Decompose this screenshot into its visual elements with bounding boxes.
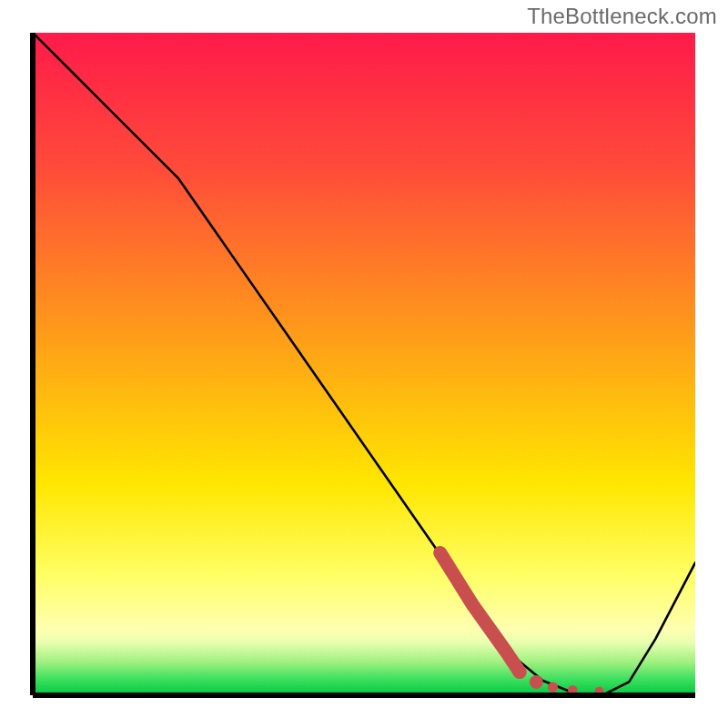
svg-point-3: [548, 682, 558, 693]
svg-point-5: [595, 687, 604, 695]
plot-area: [33, 33, 695, 695]
chart-highlight: [33, 33, 695, 695]
svg-point-1: [513, 665, 527, 679]
watermark: TheBottleneck.com: [527, 4, 717, 29]
svg-point-2: [530, 675, 543, 689]
svg-point-4: [568, 685, 578, 695]
